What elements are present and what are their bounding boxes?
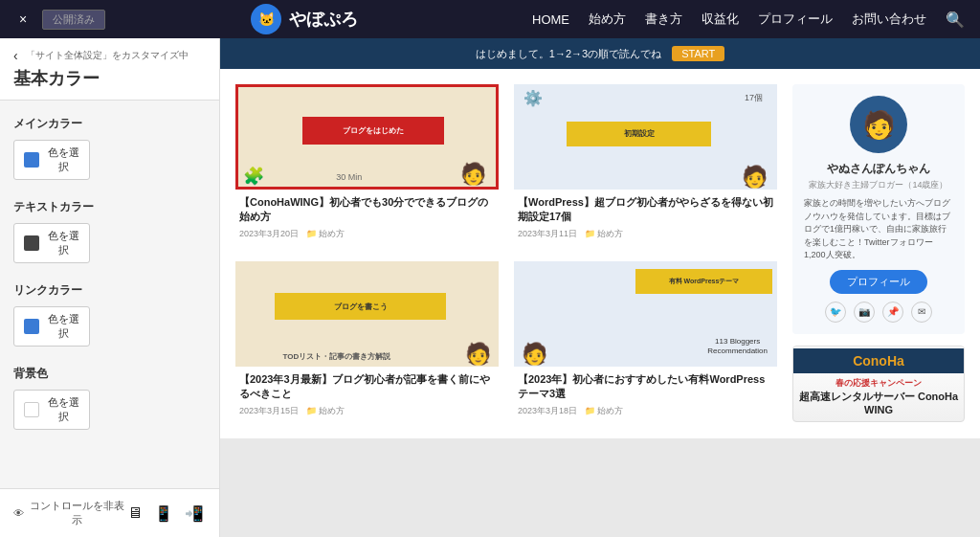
main-color-swatch <box>24 152 39 168</box>
preview-area: はじめまして。1→2→3の順で読んでね START ブログをはじめた <box>220 38 980 537</box>
profile-bio: 家族との時間を増やしたい方へブログノウハウを発信しています。目標はブログで1億円… <box>804 197 953 262</box>
thumb-sublabel-2: 17個 <box>745 92 763 104</box>
twitter-icon[interactable]: 🐦 <box>825 302 846 323</box>
post-title-1: 【ConoHaWING】初心者でも30分でできるブログの始め方 <box>235 190 499 228</box>
main-color-picker[interactable]: 色を選択 <box>13 140 90 180</box>
thumb-illustration-1: ブログをはじめた 30 Min 🧑 🧩 <box>238 87 496 187</box>
link-color-label: リンクカラー <box>13 282 206 299</box>
site-logo: 🐱 やぼぷろ <box>251 4 358 34</box>
post-card[interactable]: ブログをはじめた 30 Min 🧑 🧩 【ConoHaWING】初心者でも30分… <box>235 84 499 246</box>
tablet-icon[interactable]: 📱 <box>152 503 175 525</box>
logo-icon: 🐱 <box>251 4 281 34</box>
post-category-4: 📁 始め方 <box>585 405 623 417</box>
main-layout: ‹ 「サイト全体設定」をカスタマイズ中 基本カラー メインカラー 色を選択 テキ… <box>0 38 980 537</box>
customizer-header: ‹ 「サイト全体設定」をカスタマイズ中 基本カラー <box>0 38 219 101</box>
thumb-label-1: ブログをはじめた <box>302 117 444 145</box>
thumb-sublabel-3: TODリスト・記事の書き方解説 <box>283 351 391 362</box>
site-header: 🐱 やぼぷろ HOME 始め方 書き方 収益化 プロフィール お問い合わせ 🔍 <box>235 4 965 34</box>
post-card[interactable]: 有料 WordPressテーマ 113 BloggersRecommendati… <box>514 261 777 423</box>
search-icon[interactable]: 🔍 <box>946 11 965 29</box>
customizer-title: 基本カラー <box>13 67 206 90</box>
nav-profile[interactable]: プロフィール <box>758 11 833 28</box>
mobile-icon[interactable]: 📲 <box>183 503 206 525</box>
post-thumbnail: 初期設定 17個 🧑 ⚙️ <box>514 84 777 190</box>
link-color-picker[interactable]: 色を選択 <box>13 306 90 347</box>
close-button[interactable]: × <box>15 8 31 31</box>
ad-banner-top: ConoHa <box>793 348 964 373</box>
link-color-swatch <box>24 319 39 334</box>
customizer-body: メインカラー 色を選択 テキストカラー 色を選択 リンクカラー 色を <box>0 101 219 488</box>
thumb-label-4: 有料 WordPressテーマ <box>635 269 772 294</box>
site-navigation: HOME 始め方 書き方 収益化 プロフィール お問い合わせ 🔍 <box>532 11 965 29</box>
nav-home[interactable]: HOME <box>532 12 569 27</box>
thumb-label-3: ブログを書こう <box>275 293 446 321</box>
email-icon[interactable]: ✉ <box>911 302 932 323</box>
figure-icon-2: 🧑 <box>742 165 768 190</box>
post-card[interactable]: 初期設定 17個 🧑 ⚙️ 【WordPress】超ブログ初心者がやらざるを得な… <box>514 84 777 246</box>
back-button[interactable]: ‹ <box>13 48 18 63</box>
text-color-label: テキストカラー <box>13 199 206 215</box>
start-badge[interactable]: START <box>672 46 724 61</box>
profile-name: やぬさんぽんちゃん <box>804 161 953 177</box>
posts-grid: ブログをはじめた 30 Min 🧑 🧩 【ConoHaWING】初心者でも30分… <box>235 84 792 423</box>
post-thumbnail: ブログをはじめた 30 Min 🧑 🧩 <box>235 84 499 190</box>
post-date-2: 2023年3月11日 <box>518 228 577 240</box>
hide-controls-button[interactable]: 👁 コントロールを非表示 <box>13 499 125 527</box>
link-color-section: リンクカラー 色を選択 <box>13 282 206 347</box>
ad-tagline: 春の応援キャンペーン <box>797 377 960 390</box>
main-color-label: メインカラー <box>13 116 206 132</box>
profile-subtitle: 家族大好き主婦ブロガー（14歳座） <box>804 179 953 191</box>
bg-color-swatch <box>24 402 39 417</box>
thumb-illustration-2: 初期設定 17個 🧑 ⚙️ <box>514 84 777 190</box>
thumb-label-2: 初期設定 <box>567 122 711 146</box>
nav-contact[interactable]: お問い合わせ <box>852 11 926 28</box>
bg-color-picker[interactable]: 色を選択 <box>13 390 90 430</box>
nav-start[interactable]: 始め方 <box>589 11 626 28</box>
pinterest-icon[interactable]: 📌 <box>882 302 903 323</box>
breadcrumb-text: 「サイト全体設定」をカスタマイズ中 <box>26 49 189 62</box>
customizer-topbar-left: × 公開済み <box>15 8 235 31</box>
main-color-section: メインカラー 色を選択 <box>13 116 206 180</box>
figure-icon-1: 🧑 <box>460 162 486 187</box>
conoha-logo: ConoHa <box>853 353 904 369</box>
profile-button[interactable]: プロフィール <box>830 270 927 294</box>
thumb-sublabel-4: 113 BloggersRecommendation <box>707 337 768 357</box>
text-color-swatch <box>24 235 39 251</box>
figure-icon-3: 🧑 <box>465 342 491 367</box>
customizer-footer: 👁 コントロールを非表示 🖥 📱 📲 <box>0 488 219 537</box>
main-color-btn-label: 色を選択 <box>47 145 79 174</box>
instagram-icon[interactable]: 📷 <box>854 302 875 323</box>
figure-icon-1b: 🧩 <box>243 166 264 187</box>
post-meta-4: 2023年3月18日 📁 始め方 <box>514 405 777 423</box>
nav-write[interactable]: 書き方 <box>645 11 682 28</box>
post-card[interactable]: ブログを書こう TODリスト・記事の書き方解説 🧑 【2023年3月最新】ブログ… <box>235 261 499 423</box>
post-meta-2: 2023年3月11日 📁 始め方 <box>514 228 777 246</box>
post-date-4: 2023年3月18日 <box>518 405 577 417</box>
post-title-4: 【2023年】初心者におすすめしたい有料WordPressテーマ3選 <box>514 367 777 405</box>
customizer-breadcrumb: ‹ 「サイト全体設定」をカスタマイズ中 <box>13 48 206 63</box>
site-content: ブログをはじめた 30 Min 🧑 🧩 【ConoHaWING】初心者でも30分… <box>220 69 980 438</box>
thumb-illustration-4: 有料 WordPressテーマ 113 BloggersRecommendati… <box>514 261 777 367</box>
nav-monetize[interactable]: 収益化 <box>702 11 739 28</box>
link-color-btn-label: 色を選択 <box>47 312 79 341</box>
post-title-2: 【WordPress】超ブログ初心者がやらざるを得ない初期設定17個 <box>514 190 777 228</box>
desktop-icon[interactable]: 🖥 <box>125 503 145 525</box>
customizer-panel: ‹ 「サイト全体設定」をカスタマイズ中 基本カラー メインカラー 色を選択 テキ… <box>0 38 220 537</box>
site-name: やぼぷろ <box>289 8 358 31</box>
post-date-3: 2023年3月15日 <box>239 405 299 417</box>
publish-button[interactable]: 公開済み <box>42 10 105 30</box>
top-bar: × 公開済み 🐱 やぼぷろ HOME 始め方 書き方 収益化 プロフィール お問… <box>0 0 980 38</box>
post-category-1: 📁 始め方 <box>306 228 345 240</box>
text-color-btn-label: 色を選択 <box>47 229 79 257</box>
text-color-section: テキストカラー 色を選択 <box>13 199 206 263</box>
announcement-text: はじめまして。1→2→3の順で読んでね <box>476 48 661 59</box>
post-date-1: 2023年3月20日 <box>239 228 299 240</box>
post-meta-1: 2023年3月20日 📁 始め方 <box>235 228 499 246</box>
hide-controls-label: コントロールを非表示 <box>28 499 125 527</box>
text-color-picker[interactable]: 色を選択 <box>13 223 90 263</box>
device-icons: 🖥 📱 📲 <box>125 503 206 525</box>
profile-widget: 🧑 やぬさんぽんちゃん 家族大好き主婦ブロガー（14歳座） 家族との時間を増やし… <box>792 84 965 334</box>
sidebar-widgets: 🧑 やぬさんぽんちゃん 家族大好き主婦ブロガー（14歳座） 家族との時間を増やし… <box>792 84 965 423</box>
ad-banner[interactable]: ConoHa 春の応援キャンペーン 超高速レンタルサーバー ConoHa WIN… <box>792 346 965 422</box>
figure-icon-2b: ⚙️ <box>523 89 543 107</box>
